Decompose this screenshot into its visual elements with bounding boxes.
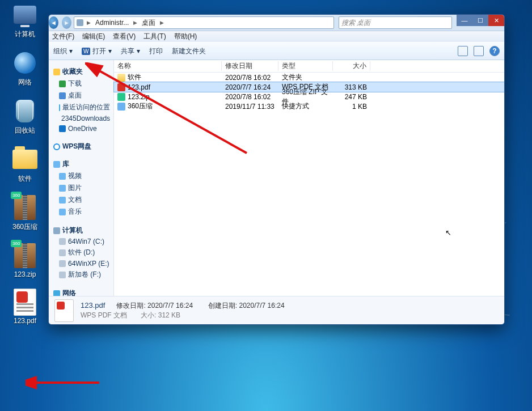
menu-help[interactable]: 帮助(H) bbox=[174, 32, 197, 41]
sidebar-item-onedrive[interactable]: OneDrive bbox=[51, 124, 111, 134]
sidebar-group-favorites[interactable]: 收藏夹 bbox=[53, 67, 111, 77]
sidebar-item-drive-d[interactable]: 软件 (D:) bbox=[51, 247, 111, 259]
maximize-button[interactable]: ☐ bbox=[472, 15, 488, 26]
star-icon bbox=[53, 69, 60, 75]
folder-icon bbox=[117, 74, 125, 82]
sidebar-group-wps[interactable]: WPS网盘 bbox=[53, 142, 111, 151]
file-row[interactable]: 123.zip2020/7/8 16:02360压缩 ZIP 文件247 KB bbox=[114, 92, 504, 101]
desktop-icon-computer[interactable]: 计算机 bbox=[5, 1, 45, 39]
minimize-button[interactable]: — bbox=[457, 15, 472, 26]
menu-tools[interactable]: 工具(T) bbox=[143, 32, 166, 41]
details-filetype: WPS PDF 文档 bbox=[81, 311, 127, 320]
drive-icon bbox=[59, 249, 66, 256]
sidebar: 收藏夹 下载 桌面 最近访问的位置 2345Downloads OneDrive… bbox=[49, 60, 114, 296]
file-date: 2019/11/7 11:33 bbox=[222, 103, 278, 111]
sidebar-item-drive-c[interactable]: 64Win7 (C:) bbox=[51, 236, 111, 247]
toolbar-open[interactable]: W打开 ▾ bbox=[82, 46, 112, 56]
sidebar-group-libraries[interactable]: 库 bbox=[53, 159, 111, 169]
toolbar-share[interactable]: 共享 ▾ bbox=[121, 46, 140, 56]
desktop-icon-recycle[interactable]: 回收站 bbox=[5, 98, 45, 135]
sidebar-item-pictures[interactable]: 图片 bbox=[51, 182, 111, 194]
desktop-label: 计算机 bbox=[14, 29, 36, 39]
chevron-right-icon: ▶ bbox=[132, 20, 138, 26]
sidebar-item-drive-e[interactable]: 64WinXP (E:) bbox=[51, 259, 111, 269]
recent-icon bbox=[59, 104, 60, 111]
download-icon bbox=[59, 80, 66, 87]
details-mod-value: 2020/7/7 16:24 bbox=[147, 302, 193, 310]
toolbar: 组织 ▾ W打开 ▾ 共享 ▾ 打印 新建文件夹 ? bbox=[49, 42, 504, 60]
video-icon bbox=[59, 173, 66, 180]
pdf-icon bbox=[117, 83, 125, 91]
sidebar-item-drive-f[interactable]: 新加卷 (F:) bbox=[51, 269, 111, 281]
link-icon bbox=[117, 103, 125, 111]
desktop-icon-123pdf[interactable]: 123.pdf bbox=[5, 289, 45, 325]
sidebar-group-computer[interactable]: 计算机 bbox=[53, 226, 111, 235]
file-type: 文件夹 bbox=[278, 73, 333, 82]
file-row[interactable]: 360压缩2019/11/7 11:33快捷方式1 KB bbox=[114, 101, 504, 111]
col-header-date[interactable]: 修改日期 bbox=[222, 61, 278, 71]
toolbar-print[interactable]: 打印 bbox=[149, 46, 163, 56]
details-size-label: 大小: bbox=[141, 311, 156, 319]
desktop-icon-123zip[interactable]: 360 123.zip bbox=[5, 242, 45, 278]
desktop-label: 网络 bbox=[17, 78, 33, 87]
toolbar-organize[interactable]: 组织 ▾ bbox=[53, 46, 73, 56]
menu-file[interactable]: 文件(F) bbox=[52, 32, 74, 41]
drive-icon bbox=[59, 238, 66, 245]
recycle-bin-icon bbox=[16, 100, 34, 122]
file-date: 2020/7/8 16:02 bbox=[222, 74, 278, 82]
details-create-value: 2020/7/7 16:24 bbox=[239, 302, 285, 310]
chevron-right-icon: ▶ bbox=[159, 20, 165, 26]
file-type: 快捷方式 bbox=[278, 101, 333, 111]
desktop-icon-360zip[interactable]: 360 360压缩 bbox=[5, 194, 45, 232]
file-date: 2020/7/7 16:24 bbox=[222, 83, 278, 91]
sidebar-item-videos[interactable]: 视频 bbox=[51, 170, 111, 182]
menu-edit[interactable]: 编辑(E) bbox=[82, 32, 105, 41]
addressbar[interactable]: ▶ Administr... ▶ 桌面 ▶ bbox=[74, 16, 334, 29]
menu-view[interactable]: 查看(V) bbox=[113, 32, 136, 41]
desktop-icon-network[interactable]: 网络 bbox=[5, 49, 45, 87]
drive-icon bbox=[59, 272, 66, 278]
desktop-label: 360压缩 bbox=[11, 222, 39, 232]
nav-forward-button[interactable]: ► bbox=[62, 16, 71, 29]
help-icon[interactable]: ? bbox=[489, 46, 500, 56]
nav-back-button[interactable]: ◄ bbox=[49, 16, 58, 29]
desktop-icon-software-folder[interactable]: 软件 bbox=[5, 146, 45, 184]
col-header-type[interactable]: 类型 bbox=[278, 61, 333, 71]
sidebar-item-documents[interactable]: 文档 bbox=[51, 194, 111, 206]
desktop-label: 软件 bbox=[17, 174, 33, 184]
pdf-icon bbox=[54, 299, 74, 322]
menubar: 文件(F) 编辑(E) 查看(V) 工具(T) 帮助(H) bbox=[49, 31, 504, 42]
sidebar-item-recent[interactable]: 最近访问的位置 bbox=[51, 101, 111, 113]
sidebar-item-desktop[interactable]: 桌面 bbox=[51, 90, 111, 101]
toolbar-newfolder[interactable]: 新建文件夹 bbox=[172, 46, 206, 56]
network-icon bbox=[53, 290, 60, 296]
sidebar-item-music[interactable]: 音乐 bbox=[51, 206, 111, 218]
search-input[interactable]: 搜索 桌面 bbox=[339, 16, 452, 29]
breadcrumb-item[interactable]: 桌面 bbox=[141, 18, 157, 28]
titlebar[interactable]: ◄ ► ▶ Administr... ▶ 桌面 ▶ 搜索 桌面 — ☐ ✕ bbox=[49, 15, 504, 31]
details-filename: 123.pdf bbox=[81, 301, 105, 310]
sidebar-item-2345[interactable]: 2345Downloads bbox=[51, 113, 111, 124]
desktop-label: 123.pdf bbox=[12, 317, 37, 325]
details-size-value: 312 KB bbox=[158, 311, 180, 319]
music-icon bbox=[59, 209, 66, 215]
sidebar-group-network[interactable]: 网络 bbox=[53, 289, 111, 296]
desktop-label: 123.zip bbox=[13, 270, 37, 278]
drive-icon bbox=[59, 260, 66, 267]
column-headers: 名称 修改日期 类型 大小 bbox=[114, 60, 504, 73]
preview-pane-button[interactable] bbox=[474, 46, 484, 56]
breadcrumb-item[interactable]: Administr... bbox=[94, 19, 130, 27]
zip-icon bbox=[117, 93, 125, 101]
details-pane: 123.pdf 修改日期: 2020/7/7 16:24 创建日期: 2020/… bbox=[49, 296, 504, 324]
col-header-name[interactable]: 名称 bbox=[114, 61, 222, 71]
file-date: 2020/7/8 16:02 bbox=[222, 93, 278, 101]
sidebar-item-downloads[interactable]: 下载 bbox=[51, 78, 111, 90]
file-name: 360压缩 bbox=[128, 101, 153, 111]
file-list: 名称 修改日期 类型 大小 软件2020/7/8 16:02文件夹123.pdf… bbox=[114, 60, 504, 296]
desktop-icon bbox=[59, 92, 66, 99]
close-button[interactable]: ✕ bbox=[488, 15, 504, 26]
view-mode-button[interactable] bbox=[458, 46, 468, 56]
file-row[interactable]: 软件2020/7/8 16:02文件夹 bbox=[114, 73, 504, 82]
col-header-size[interactable]: 大小 bbox=[333, 61, 370, 71]
details-mod-label: 修改日期: bbox=[116, 302, 145, 310]
